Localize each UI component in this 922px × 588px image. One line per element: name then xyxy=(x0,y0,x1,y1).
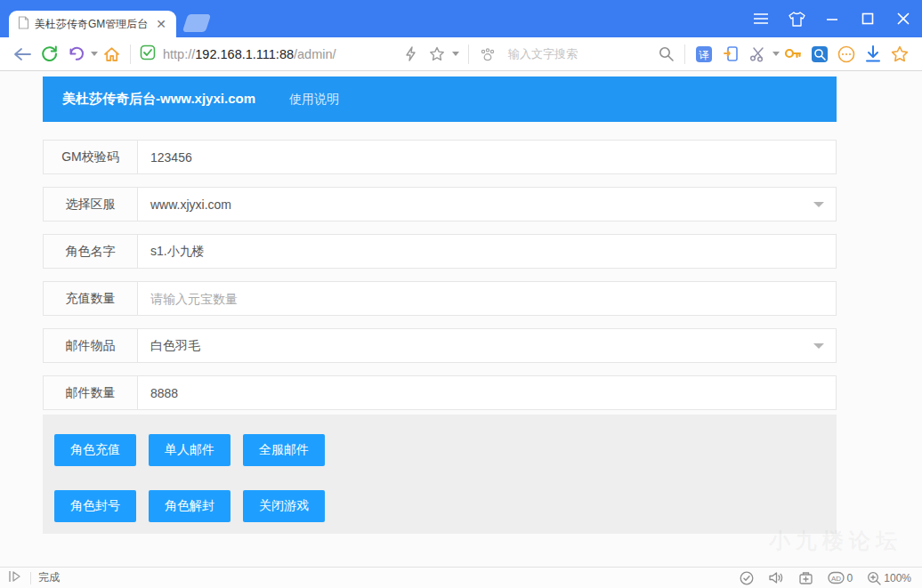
speaker-icon[interactable] xyxy=(768,571,784,584)
page-file-icon xyxy=(18,16,29,33)
gm-code-input[interactable] xyxy=(137,140,837,174)
search-placeholder[interactable]: 输入文字搜索 xyxy=(508,46,578,62)
back-icon[interactable] xyxy=(9,41,36,68)
url-scheme: http:// xyxy=(163,47,195,61)
mail-count-input[interactable] xyxy=(137,375,837,410)
form-row-recharge-amount: 充值数量 xyxy=(43,281,837,316)
site-brand-title: 美杜莎传奇后台-www.xjyxi.com xyxy=(62,91,255,108)
action-button-panel: 角色充值 单人邮件 全服邮件 角色封号 角色解封 关闭游戏 xyxy=(43,415,837,534)
capture-tool-icon[interactable] xyxy=(798,571,813,585)
url-text[interactable]: http://192.168.1.111:88/admin/ xyxy=(163,47,336,61)
zoom-level-text: 100% xyxy=(884,572,911,584)
security-check-icon[interactable] xyxy=(740,571,754,585)
usage-instructions-link[interactable]: 使用说明 xyxy=(289,92,339,108)
svg-text:译: 译 xyxy=(699,48,709,60)
bookmark-star-icon[interactable] xyxy=(424,41,450,68)
browser-toolbar: http://192.168.1.111:88/admin/ 输入文字搜索 译 xyxy=(0,37,922,71)
chevron-down-icon xyxy=(813,202,824,207)
site-navbar: 美杜莎传奇后台-www.xjyxi.com 使用说明 xyxy=(43,77,837,122)
browser-titlebar: 美杜莎传奇GM管理后台 ✕ xyxy=(0,0,922,37)
server-select-value: www.xjyxi.com xyxy=(150,197,231,212)
mail-item-select-value: 白色羽毛 xyxy=(150,338,200,354)
home-icon[interactable] xyxy=(98,41,125,68)
all-server-mail-button[interactable]: 全服邮件 xyxy=(243,434,325,466)
image-search-icon[interactable] xyxy=(806,41,833,68)
skin-shirt-icon[interactable] xyxy=(785,7,808,30)
chevron-down-icon xyxy=(813,343,824,349)
download-icon[interactable] xyxy=(860,41,886,68)
address-bar[interactable]: http://192.168.1.111:88/admin/ xyxy=(136,37,463,70)
form-row-mail-item: 邮件物品 白色羽毛 xyxy=(43,328,837,363)
menu-icon[interactable] xyxy=(749,7,772,30)
undo-dropdown-caret[interactable] xyxy=(91,52,98,56)
role-name-label: 角色名字 xyxy=(43,234,138,269)
svg-text:AD: AD xyxy=(831,575,841,583)
minimize-button[interactable] xyxy=(821,7,844,30)
zoom-control[interactable]: 100% xyxy=(867,571,911,585)
browser-tab[interactable]: 美杜莎传奇GM管理后台 ✕ xyxy=(9,11,176,37)
recharge-amount-label: 充值数量 xyxy=(43,281,138,316)
form-row-role-name: 角色名字 xyxy=(43,234,837,269)
site-safety-shield-icon[interactable] xyxy=(140,44,156,64)
role-unban-button[interactable]: 角色解封 xyxy=(149,490,230,522)
mail-count-label: 邮件数量 xyxy=(43,375,138,410)
scissors-dropdown-caret[interactable] xyxy=(772,52,780,56)
gm-code-label: GM校验码 xyxy=(43,140,138,174)
tab-title: 美杜莎传奇GM管理后台 xyxy=(35,17,150,32)
close-game-button[interactable]: 关闭游戏 xyxy=(243,490,325,522)
refresh-icon[interactable] xyxy=(36,41,62,68)
new-tab-button[interactable] xyxy=(182,14,211,32)
close-button[interactable] xyxy=(892,7,915,30)
maximize-button[interactable] xyxy=(856,7,879,30)
lightning-accelerate-icon[interactable] xyxy=(397,41,424,68)
favorites-star-icon[interactable] xyxy=(886,41,913,68)
translate-icon[interactable]: 译 xyxy=(691,41,717,68)
screenshot-scissors-icon[interactable] xyxy=(744,41,771,68)
role-recharge-button[interactable]: 角色充值 xyxy=(54,434,136,466)
webpage-viewport: 美杜莎传奇后台-www.xjyxi.com 使用说明 GM校验码 选择区服 ww… xyxy=(0,71,922,567)
role-name-input[interactable] xyxy=(137,234,837,269)
search-box[interactable]: 输入文字搜索 xyxy=(474,37,679,70)
tab-close-icon[interactable]: ✕ xyxy=(153,16,169,32)
url-host: 192.168.1.111:88 xyxy=(195,47,294,61)
server-select-label: 选择区服 xyxy=(43,187,138,222)
search-magnifier-icon[interactable] xyxy=(652,41,679,68)
form-row-gm-code: GM校验码 xyxy=(43,140,837,174)
server-select[interactable]: www.xjyxi.com xyxy=(137,187,837,222)
url-path: /admin/ xyxy=(294,47,336,61)
role-ban-button[interactable]: 角色封号 xyxy=(54,490,136,522)
send-to-phone-icon[interactable] xyxy=(717,41,744,68)
more-tools-circle-icon[interactable] xyxy=(833,41,860,68)
ad-blocker-indicator[interactable]: AD 0 xyxy=(828,571,853,584)
password-key-icon[interactable] xyxy=(780,41,806,68)
undo-history-icon[interactable] xyxy=(62,41,89,68)
form-row-mail-count: 邮件数量 xyxy=(43,375,837,410)
ad-blocked-count: 0 xyxy=(847,572,853,584)
mail-item-select[interactable]: 白色羽毛 xyxy=(137,328,837,363)
addressbar-dropdown-caret[interactable] xyxy=(452,52,459,56)
sogou-paw-icon xyxy=(474,41,501,68)
status-text: 完成 xyxy=(38,570,60,585)
form-row-server-select: 选择区服 www.xjyxi.com xyxy=(43,187,837,222)
sidebar-toggle-icon[interactable] xyxy=(7,570,23,585)
mail-item-label: 邮件物品 xyxy=(43,328,138,363)
browser-statusbar: 完成 AD 0 100% xyxy=(0,567,922,588)
recharge-amount-input[interactable] xyxy=(137,281,837,316)
single-mail-button[interactable]: 单人邮件 xyxy=(149,434,230,466)
